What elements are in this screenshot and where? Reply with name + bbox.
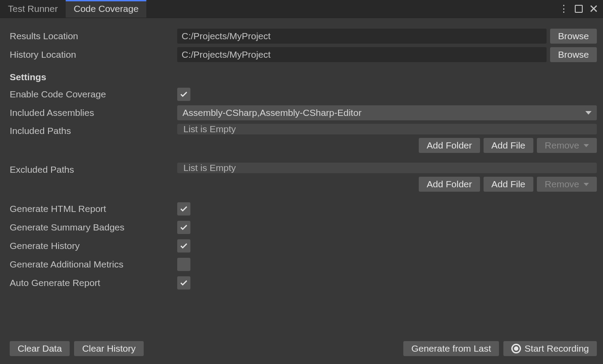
enable-coverage-row: Enable Code Coverage xyxy=(10,87,597,102)
excluded-paths-buttons: Add Folder Add File Remove xyxy=(177,177,597,192)
generate-metrics-label: Generate Additional Metrics xyxy=(10,259,177,270)
included-paths-label: Included Paths xyxy=(10,124,177,136)
included-paths-buttons: Add Folder Add File Remove xyxy=(177,138,597,153)
close-icon[interactable]: ✕ xyxy=(589,3,599,15)
auto-generate-row: Auto Generate Report xyxy=(10,275,597,290)
generate-from-last-button[interactable]: Generate from Last xyxy=(403,341,499,356)
included-add-folder-button[interactable]: Add Folder xyxy=(419,138,480,153)
excluded-paths-row: Excluded Paths List is Empty Add Folder … xyxy=(10,163,597,192)
remove-label: Remove xyxy=(545,179,579,189)
record-icon xyxy=(511,344,521,353)
settings-heading: Settings xyxy=(10,72,597,82)
results-location-row: Results Location Browse xyxy=(10,29,597,44)
generate-html-checkbox[interactable] xyxy=(177,202,190,215)
chevron-down-icon xyxy=(584,183,589,186)
window-controls: ⋮ ✕ xyxy=(559,0,603,18)
auto-generate-label: Auto Generate Report xyxy=(10,278,177,288)
included-remove-button[interactable]: Remove xyxy=(537,138,597,153)
chevron-down-icon xyxy=(584,144,589,147)
generate-history-checkbox[interactable] xyxy=(177,239,190,253)
history-browse-button[interactable]: Browse xyxy=(550,47,597,62)
included-assemblies-row: Included Assemblies Assembly-CSharp,Asse… xyxy=(10,105,597,120)
dropdown-value: Assembly-CSharp,Assembly-CSharp-Editor xyxy=(182,108,361,118)
panel-body: Results Location Browse History Location… xyxy=(0,18,603,364)
check-icon xyxy=(179,204,188,213)
check-icon xyxy=(179,223,188,232)
included-add-file-button[interactable]: Add File xyxy=(484,138,533,153)
excluded-add-folder-button[interactable]: Add Folder xyxy=(419,177,480,192)
tab-label: Code Coverage xyxy=(74,4,138,14)
generate-badges-row: Generate Summary Badges xyxy=(10,220,597,235)
remove-label: Remove xyxy=(545,140,579,151)
menu-icon[interactable]: ⋮ xyxy=(559,4,569,14)
included-assemblies-label: Included Assemblies xyxy=(10,108,177,118)
generate-metrics-checkbox[interactable] xyxy=(177,258,190,271)
check-icon xyxy=(179,90,188,99)
clear-history-button[interactable]: Clear History xyxy=(74,341,143,356)
code-coverage-window: Test Runner Code Coverage ⋮ ✕ Results Lo… xyxy=(0,0,603,364)
generate-badges-checkbox[interactable] xyxy=(177,221,190,234)
excluded-paths-list[interactable]: List is Empty xyxy=(177,163,597,173)
generate-html-label: Generate HTML Report xyxy=(10,204,177,214)
generate-html-row: Generate HTML Report xyxy=(10,201,597,216)
generate-history-row: Generate History xyxy=(10,238,597,253)
generate-badges-label: Generate Summary Badges xyxy=(10,222,177,233)
enable-coverage-label: Enable Code Coverage xyxy=(10,89,177,100)
check-icon xyxy=(179,279,188,287)
list-empty-text: List is Empty xyxy=(183,124,236,134)
clear-data-button[interactable]: Clear Data xyxy=(10,341,70,356)
results-location-input[interactable] xyxy=(177,29,547,44)
history-location-input[interactable] xyxy=(177,47,547,62)
included-paths-row: Included Paths List is Empty Add Folder … xyxy=(10,124,597,153)
start-recording-button[interactable]: Start Recording xyxy=(503,341,597,356)
tab-code-coverage[interactable]: Code Coverage xyxy=(66,0,146,18)
enable-coverage-checkbox[interactable] xyxy=(177,88,190,101)
generate-metrics-row: Generate Additional Metrics xyxy=(10,257,597,272)
chevron-down-icon xyxy=(585,111,592,115)
maximize-icon[interactable] xyxy=(575,5,583,13)
excluded-remove-button[interactable]: Remove xyxy=(537,177,597,192)
tab-label: Test Runner xyxy=(8,4,58,14)
tab-test-runner[interactable]: Test Runner xyxy=(0,0,66,18)
footer-bar: Clear Data Clear History Generate from L… xyxy=(10,341,597,356)
results-browse-button[interactable]: Browse xyxy=(550,29,597,44)
included-assemblies-dropdown[interactable]: Assembly-CSharp,Assembly-CSharp-Editor xyxy=(177,105,597,120)
list-empty-text: List is Empty xyxy=(183,163,236,173)
generate-history-label: Generate History xyxy=(10,241,177,251)
tab-bar: Test Runner Code Coverage ⋮ ✕ xyxy=(0,0,603,18)
excluded-paths-label: Excluded Paths xyxy=(10,163,177,175)
included-paths-list[interactable]: List is Empty xyxy=(177,124,597,134)
history-location-row: History Location Browse xyxy=(10,47,597,62)
start-recording-label: Start Recording xyxy=(525,343,589,354)
history-location-label: History Location xyxy=(10,49,177,60)
excluded-add-file-button[interactable]: Add File xyxy=(484,177,533,192)
results-location-label: Results Location xyxy=(10,31,177,41)
check-icon xyxy=(179,241,188,250)
auto-generate-checkbox[interactable] xyxy=(177,276,190,290)
